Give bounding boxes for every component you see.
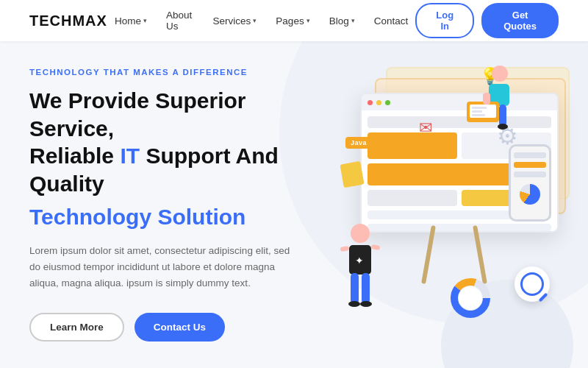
nav-item-services[interactable]: Services ▾ [206, 11, 265, 31]
svg-point-12 [360, 301, 372, 307]
navbar-actions: Log In Get Quotes [415, 3, 559, 38]
chevron-down-icon: ▾ [351, 17, 355, 24]
svg-rect-20 [483, 93, 490, 105]
screen-block-orange-1 [368, 132, 457, 159]
hero-section: TECHNOLOGY THAT MAKES A DIFFERENCE We Pr… [0, 41, 588, 368]
dot-yellow [376, 100, 381, 105]
mobile-phone [509, 144, 551, 222]
svg-rect-10 [362, 273, 370, 304]
nav-item-pages[interactable]: Pages ▾ [268, 11, 317, 31]
screen-block-grey-2 [368, 190, 457, 206]
nav-item-blog[interactable]: Blog ▾ [322, 11, 362, 31]
email-icon: ✉ [419, 118, 432, 138]
nav-link-services[interactable]: Services ▾ [206, 11, 265, 31]
nav-link-about[interactable]: About Us [159, 5, 201, 36]
dot-green [385, 100, 390, 105]
nav-link-contact[interactable]: Contact [367, 11, 416, 31]
phone-bar-1 [514, 152, 546, 158]
svg-rect-8 [371, 244, 381, 250]
phone-bar-2 [514, 162, 546, 168]
hero-title: We Provide Superior Service, Reliable IT… [29, 87, 323, 197]
java-badge: Java [345, 137, 372, 149]
svg-point-22 [498, 124, 508, 130]
svg-rect-19 [472, 114, 485, 116]
chevron-down-icon: ▾ [306, 17, 310, 24]
hero-description: Lorem ipsum dolor sit amet, consectetur … [29, 243, 294, 292]
nav-item-about[interactable]: About Us [159, 5, 201, 36]
svg-rect-18 [472, 110, 482, 113]
svg-point-13 [492, 66, 508, 82]
chevron-down-icon: ▾ [253, 17, 257, 24]
hero-cta-buttons: Learn More Contact Us [29, 313, 323, 342]
pie-chart [448, 276, 492, 320]
get-quotes-button[interactable]: Get Quotes [481, 3, 559, 38]
book-icon [340, 161, 364, 188]
nav-link-pages[interactable]: Pages ▾ [268, 11, 317, 31]
svg-text:✦: ✦ [355, 255, 364, 266]
illustration-container: ☁ [331, 63, 559, 361]
svg-point-3 [459, 286, 482, 310]
nav-item-contact[interactable]: Contact [367, 11, 416, 31]
hero-content: TECHNOLOGY THAT MAKES A DIFFERENCE We Pr… [29, 68, 323, 341]
person-standing: ✦ [334, 217, 386, 320]
svg-rect-17 [472, 107, 487, 109]
chevron-down-icon: ▾ [143, 17, 147, 24]
easel-leg-right [473, 225, 487, 284]
hero-subtitle: Technology Solution [29, 203, 323, 231]
magnifier-lens [520, 272, 544, 296]
svg-rect-9 [351, 273, 359, 304]
svg-point-11 [348, 301, 360, 307]
phone-bar-3 [514, 171, 546, 177]
brand-logo[interactable]: TECHMAX [29, 13, 107, 29]
nav-link-home[interactable]: Home ▾ [107, 11, 154, 31]
person-sitting [459, 63, 518, 137]
magnifier-handle [539, 293, 548, 302]
contact-us-button[interactable]: Contact Us [135, 313, 225, 342]
nav-link-blog[interactable]: Blog ▾ [322, 11, 362, 31]
hero-tagline: TECHNOLOGY THAT MAKES A DIFFERENCE [29, 68, 323, 77]
easel-leg-left [421, 225, 436, 284]
svg-rect-21 [499, 105, 506, 127]
phone-donut-chart [520, 184, 540, 205]
dot-red [368, 100, 373, 105]
svg-rect-7 [340, 246, 350, 252]
login-button[interactable]: Log In [415, 3, 474, 38]
hero-illustration: ☁ [323, 41, 559, 368]
magnifier-icon [514, 266, 550, 302]
navbar: TECHMAX Home ▾ About Us Services ▾ Pages… [0, 0, 588, 41]
nav-menu: Home ▾ About Us Services ▾ Pages ▾ Blog [107, 5, 415, 36]
nav-item-home[interactable]: Home ▾ [107, 11, 154, 31]
learn-more-button[interactable]: Learn More [29, 313, 124, 342]
svg-point-4 [351, 224, 370, 243]
screen-bar-3 [368, 224, 551, 231]
